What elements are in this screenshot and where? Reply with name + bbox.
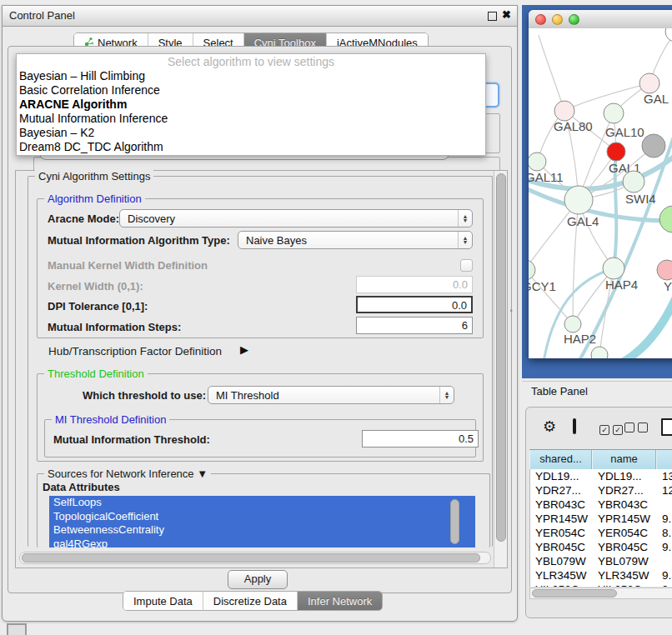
algorithm-option[interactable]: Mutual Information Inference bbox=[17, 112, 485, 126]
network-node[interactable] bbox=[642, 134, 665, 158]
table-cell[interactable]: 9. bbox=[657, 568, 672, 582]
settings-horizontal-scrollbar-thumb[interactable] bbox=[22, 553, 480, 562]
table-cell[interactable]: YPR145W bbox=[530, 512, 593, 526]
table-row[interactable]: YBL079WYBL079W bbox=[530, 554, 672, 568]
table-cell[interactable]: YIL052C bbox=[530, 582, 593, 587]
table-cell[interactable]: YBR043C bbox=[593, 498, 657, 512]
dpi-tolerance-field[interactable]: 0.0 bbox=[356, 296, 473, 313]
splitter-handle[interactable]: ‣ bbox=[509, 308, 514, 314]
algorithm-option[interactable]: Dream8 DC_TDC Algorithm bbox=[17, 140, 485, 154]
network-node-swi4[interactable] bbox=[623, 171, 644, 192]
table-cell[interactable]: YER054C bbox=[593, 526, 657, 540]
gear-icon[interactable]: ⚙ bbox=[543, 419, 556, 434]
table-cell[interactable]: YPR145W bbox=[593, 512, 657, 526]
network-node[interactable] bbox=[591, 347, 608, 358]
table-cell[interactable]: YIL052C bbox=[593, 582, 657, 587]
which-threshold-combo[interactable]: MI Threshold ▲▼ bbox=[208, 386, 454, 404]
network-node-gal10[interactable] bbox=[604, 103, 624, 123]
table-cell[interactable]: YBR043C bbox=[530, 498, 593, 512]
table-cell[interactable] bbox=[657, 498, 672, 512]
attribute-item[interactable]: TopologicalCoefficient bbox=[49, 510, 475, 524]
network-node-gal11[interactable] bbox=[529, 152, 546, 171]
column-header-3[interactable]: A bbox=[656, 450, 672, 469]
data-attributes-list[interactable]: SelfLoopsTopologicalCoefficientBetweenne… bbox=[49, 496, 475, 548]
network-canvas[interactable]: GALGAL80GAL10GAL1GAL11GAL4SWI4GCY1HAP4YH… bbox=[529, 28, 672, 358]
algorithm-option[interactable]: Bayesian – K2 bbox=[17, 126, 485, 140]
hub-section-label[interactable]: Hub/Transcription Factor Definition bbox=[48, 345, 222, 358]
table-cell[interactable]: 12 bbox=[657, 483, 672, 498]
tab-infer-network[interactable]: Infer Network bbox=[298, 592, 382, 610]
document-icon[interactable] bbox=[661, 418, 672, 436]
attribute-item[interactable]: SelfLoops bbox=[49, 496, 475, 510]
manual-kernel-checkbox[interactable] bbox=[460, 259, 473, 272]
table-horizontal-scrollbar-thumb[interactable] bbox=[532, 589, 617, 598]
network-node-gal[interactable] bbox=[639, 73, 659, 93]
table-cell[interactable]: YBL079W bbox=[530, 554, 593, 568]
settings-horizontal-scrollbar[interactable] bbox=[19, 552, 491, 564]
table-row[interactable]: YDR27...YDR27...12 bbox=[530, 483, 672, 498]
network-node-y[interactable] bbox=[657, 260, 672, 280]
mac-minimize-icon[interactable] bbox=[552, 14, 563, 25]
close-icon[interactable]: ✖ bbox=[502, 8, 511, 21]
attribute-item[interactable]: BetweennessCentrality bbox=[49, 523, 475, 538]
table-cell[interactable]: 9. bbox=[657, 512, 672, 526]
table-cell[interactable]: YDL19... bbox=[530, 469, 593, 483]
network-node-gcy1[interactable] bbox=[529, 260, 535, 280]
table-cell[interactable] bbox=[657, 554, 672, 568]
network-node-gal4[interactable] bbox=[564, 186, 593, 214]
tab-impute-data[interactable]: Impute Data bbox=[123, 592, 203, 610]
column-header-1[interactable]: shared... bbox=[529, 450, 592, 469]
tab-discretize-data[interactable]: Discretize Data bbox=[203, 592, 298, 610]
table-cell[interactable]: YDL19... bbox=[593, 469, 657, 483]
mac-close-icon[interactable] bbox=[535, 14, 546, 25]
mi-threshold-field[interactable]: 0.5 bbox=[362, 430, 479, 448]
table-cell[interactable]: YLR345W bbox=[593, 568, 657, 582]
table-cell[interactable]: YBL079W bbox=[593, 554, 657, 568]
kernel-width-field[interactable]: 0.0 bbox=[356, 276, 473, 293]
table-row[interactable]: YDL19...YDL19...13 bbox=[530, 469, 672, 483]
table-row[interactable]: YIL052CYIL052C9 bbox=[530, 582, 672, 587]
table-cell[interactable]: YDR27... bbox=[593, 483, 657, 498]
network-window-titlebar[interactable] bbox=[529, 10, 672, 29]
collapse-arrow-icon[interactable]: ▶ bbox=[240, 343, 248, 356]
network-node[interactable] bbox=[659, 206, 672, 232]
column-header-2[interactable]: name bbox=[592, 450, 656, 469]
table-cell[interactable]: YER054C bbox=[530, 526, 593, 540]
table-cell[interactable]: YLR345W bbox=[530, 568, 593, 582]
columns-icon[interactable] bbox=[573, 418, 576, 434]
table-cell[interactable]: 9 bbox=[657, 582, 672, 587]
table-cell[interactable]: YBR045C bbox=[593, 540, 657, 554]
settings-vertical-scrollbar-thumb[interactable] bbox=[496, 173, 506, 542]
network-window[interactable]: GALGAL80GAL10GAL1GAL11GAL4SWI4GCY1HAP4YH… bbox=[529, 10, 672, 358]
network-node-hap2[interactable] bbox=[564, 316, 581, 332]
table-row[interactable]: YER054CYER054C8. bbox=[530, 526, 672, 540]
settings-vertical-scrollbar[interactable] bbox=[494, 171, 507, 568]
table-cell[interactable]: 8. bbox=[657, 526, 672, 540]
algorithm-option[interactable]: Basic Correlation Inference bbox=[17, 83, 485, 98]
table-row[interactable]: YLR345WYLR345W9. bbox=[530, 568, 672, 582]
attribute-list-scrollbar-thumb[interactable] bbox=[450, 499, 459, 544]
table-horizontal-scrollbar[interactable] bbox=[529, 588, 672, 599]
attribute-item[interactable]: gal4RGexp bbox=[49, 538, 475, 548]
network-node-hap4[interactable] bbox=[603, 258, 624, 279]
unchecked-boxes-icon[interactable] bbox=[624, 422, 651, 435]
network-node-gal80[interactable] bbox=[554, 101, 574, 121]
table-row[interactable]: YBR043CYBR043C bbox=[530, 498, 672, 512]
expand-arrow-icon[interactable]: ▼ bbox=[197, 468, 208, 480]
apply-button[interactable]: Apply bbox=[228, 570, 288, 589]
table-row[interactable]: YPR145WYPR145W9. bbox=[530, 512, 672, 526]
table-row[interactable]: YBR045CYBR045C9. bbox=[530, 540, 672, 554]
minimized-panel-icon[interactable] bbox=[7, 623, 27, 635]
algorithm-option[interactable]: ARACNE Algorithm bbox=[17, 98, 485, 112]
aracne-mode-combo[interactable]: Discovery ▲▼ bbox=[119, 209, 473, 228]
table-cell[interactable]: YBR045C bbox=[530, 540, 593, 554]
float-icon[interactable] bbox=[488, 12, 497, 21]
network-node[interactable] bbox=[665, 28, 672, 42]
mac-zoom-icon[interactable] bbox=[569, 14, 579, 25]
mi-type-combo[interactable]: Naive Bayes ▲▼ bbox=[238, 231, 473, 249]
table-cell[interactable]: 9. bbox=[657, 540, 672, 554]
network-node-gal1[interactable] bbox=[607, 142, 625, 161]
checked-boxes-icon[interactable]: ✓✓ bbox=[599, 422, 626, 435]
mi-steps-field[interactable]: 6 bbox=[356, 317, 473, 334]
network-graph[interactable]: GALGAL80GAL10GAL1GAL11GAL4SWI4GCY1HAP4YH… bbox=[529, 28, 672, 358]
